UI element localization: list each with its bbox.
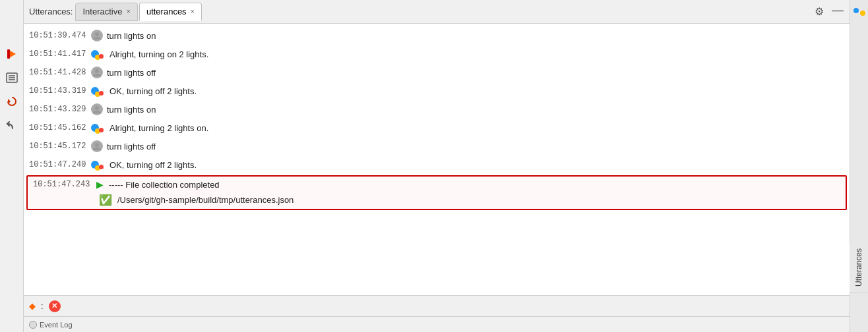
timestamp: 10:51:47.240: [29, 160, 87, 169]
timestamp: 10:51:41.417: [29, 49, 87, 59]
utterances-list: 10:51:39.474 turn lights on 10:51:41.417…: [24, 24, 850, 295]
utterance-row: 10:51:39.474 turn lights on: [24, 26, 850, 45]
robot-avatar: [91, 159, 106, 171]
timestamp: 10:51:43.329: [29, 105, 87, 114]
event-log-circle-icon: [29, 321, 37, 329]
utterance-text: Alright, turning on 2 lights.: [109, 49, 208, 59]
tab-utterances-close[interactable]: ×: [191, 8, 195, 15]
utterance-text: turn lights off: [107, 68, 156, 78]
bottom-colon: :: [41, 301, 44, 311]
robot-avatar: [91, 85, 106, 97]
tab-bar: Utterances: Interactive × utterances × ⚙…: [24, 0, 850, 24]
utterances-tab-label: Utterances: [854, 248, 863, 287]
left-sidebar: [0, 0, 24, 332]
user-avatar: [91, 140, 103, 152]
sidebar-play-icon[interactable]: [4, 46, 20, 62]
svg-marker-6: [8, 99, 11, 104]
event-log-label: Event Log: [40, 321, 73, 329]
utterances-tab[interactable]: Utterances: [850, 243, 868, 292]
tab-utterances-label: utterances: [146, 7, 187, 16]
play-green-icon: ▶: [96, 179, 104, 190]
sidebar-undo-icon[interactable]: [4, 117, 20, 133]
tab-interactive[interactable]: Interactive ×: [75, 3, 137, 21]
timestamp: 10:51:41.428: [29, 68, 87, 77]
sidebar-refresh-icon[interactable]: [4, 94, 20, 109]
timestamp: 10:51:39.474: [29, 31, 87, 40]
check-circle-icon: ✅: [99, 194, 112, 206]
user-avatar: [91, 103, 103, 115]
utterance-text: Alright, turning 2 lights on.: [109, 123, 208, 133]
utterance-text: turn lights on: [107, 105, 156, 115]
utterance-row: 10:51:41.417 Alright, turning on 2 light…: [24, 45, 850, 63]
right-sidebar-icons: [853, 0, 865, 16]
utterance-row: 10:51:47.240 OK, turning off 2 lights.: [24, 155, 850, 174]
utterance-row: 10:51:43.329 turn lights on: [24, 100, 850, 119]
svg-point-7: [95, 32, 99, 36]
file-collection-row: 10:51:47.243 ▶ ----- File collection com…: [26, 175, 847, 210]
timestamp: 10:51:45.172: [29, 142, 87, 151]
event-log-area: Event Log: [24, 316, 850, 332]
gear-button[interactable]: ⚙: [813, 5, 826, 18]
robot-avatar: [91, 48, 106, 60]
svg-point-8: [95, 69, 99, 73]
main-content: Utterances: Interactive × utterances × ⚙…: [24, 0, 850, 332]
bottom-play-icon: ◆: [29, 301, 36, 311]
utterance-row: 10:51:45.162 Alright, turning 2 lights o…: [24, 119, 850, 137]
bottom-bar: ◆ : ✕: [24, 295, 850, 316]
utterance-text: turn lights off: [107, 142, 156, 152]
utterance-row: 10:51:45.172 turn lights off: [24, 137, 850, 155]
sidebar-list-icon[interactable]: [4, 70, 20, 86]
utterance-text: turn lights on: [107, 31, 156, 41]
tab-bar-label: Utterances:: [29, 7, 73, 16]
user-avatar: [91, 30, 103, 42]
tab-bar-actions: ⚙ —: [813, 4, 844, 20]
timestamp: 10:51:43.319: [29, 86, 87, 96]
user-avatar: [91, 67, 103, 78]
tab-utterances[interactable]: utterances ×: [139, 3, 202, 21]
utterance-row: 10:51:43.319 OK, turning off 2 lights.: [24, 82, 850, 100]
minimize-button[interactable]: —: [831, 4, 844, 17]
timestamp: 10:51:45.162: [29, 123, 87, 132]
svg-rect-1: [7, 49, 10, 59]
timestamp: 10:51:47.243: [33, 180, 91, 189]
error-badge: ✕: [49, 300, 61, 312]
svg-point-10: [95, 143, 99, 147]
tab-interactive-close[interactable]: ×: [126, 8, 130, 15]
sidebar-dots-icon: [853, 8, 865, 16]
file-path: /Users/git/gh-sample/build/tmp/utterance…: [117, 195, 294, 205]
utterance-text: OK, turning off 2 lights.: [109, 160, 197, 170]
robot-avatar: [91, 122, 106, 134]
svg-point-9: [95, 106, 99, 110]
utterance-text: ----- File collection completed: [109, 180, 220, 190]
tab-interactive-label: Interactive: [82, 7, 122, 16]
right-sidebar: Utterances: [850, 0, 868, 332]
utterance-text: OK, turning off 2 lights.: [109, 86, 197, 96]
utterance-row: 10:51:41.428 turn lights off: [24, 63, 850, 82]
